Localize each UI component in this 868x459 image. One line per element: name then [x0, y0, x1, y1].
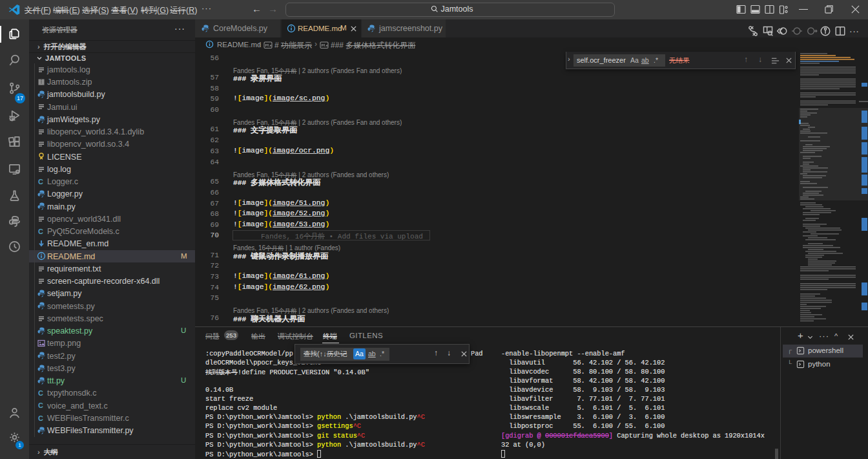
svg-text:C: C: [38, 401, 43, 409]
svg-text:C: C: [38, 414, 43, 422]
svg-text:C: C: [38, 389, 43, 397]
svg-text:C: C: [38, 178, 43, 186]
svg-text:C: C: [38, 228, 43, 235]
